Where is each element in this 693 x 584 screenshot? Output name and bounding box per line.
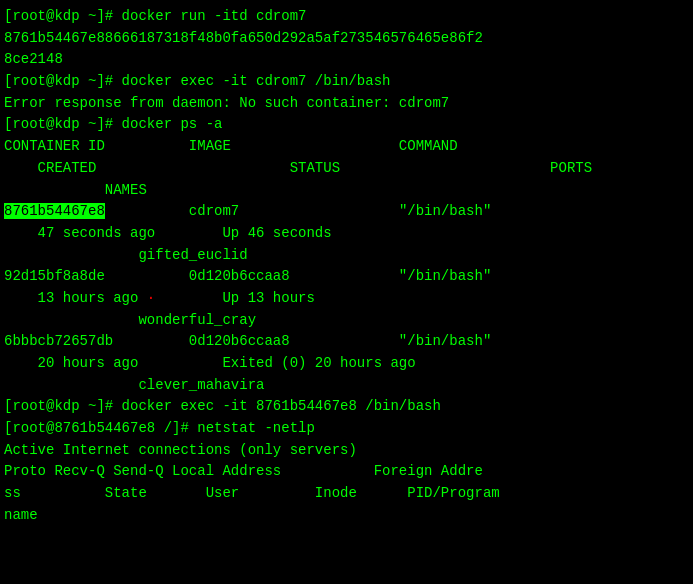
line-header-names: NAMES (4, 180, 689, 202)
line-container2-row3: wonderful_cray (4, 310, 689, 332)
line-active-connections: Active Internet connections (only server… (4, 440, 689, 462)
line-netstat-header2: ss State User Inode PID/Program (4, 483, 689, 505)
line-header-created-status-ports: CREATED STATUS PORTS (4, 158, 689, 180)
line-container3-row3: clever_mahavira (4, 375, 689, 397)
line-container2-row2: 13 hours ago · Up 13 hours (4, 288, 689, 310)
container-id-highlight: 8761b54467e8 (4, 203, 105, 219)
line-netstat-command: [root@8761b54467e8 /]# netstat -netlp (4, 418, 689, 440)
line-container-id-short: 8ce2148 (4, 49, 689, 71)
line-container1-row1: 8761b54467e8 cdrom7 "/bin/bash" (4, 201, 689, 223)
line-header-container-image-command: CONTAINER ID IMAGE COMMAND (4, 136, 689, 158)
line-netstat-header3: name (4, 505, 689, 527)
line-container1-row2: 47 seconds ago Up 46 seconds (4, 223, 689, 245)
terminal: [root@kdp ~]# docker run -itd cdrom7 876… (0, 0, 693, 584)
line-docker-run: [root@kdp ~]# docker run -itd cdrom7 (4, 6, 689, 28)
line-container3-row1: 6bbbcb72657db 0d120b6ccaa8 "/bin/bash" (4, 331, 689, 353)
line-docker-ps: [root@kdp ~]# docker ps -a (4, 114, 689, 136)
dot-separator: · (138, 290, 163, 306)
line-netstat-header1: Proto Recv-Q Send-Q Local Address Foreig… (4, 461, 689, 483)
line-error-response: Error response from daemon: No such cont… (4, 93, 689, 115)
line-container-id-long: 8761b54467e88666187318f48b0fa650d292a5af… (4, 28, 689, 50)
line-docker-exec-fail: [root@kdp ~]# docker exec -it cdrom7 /bi… (4, 71, 689, 93)
line-container3-row2: 20 hours ago Exited (0) 20 hours ago (4, 353, 689, 375)
line-docker-exec-success: [root@kdp ~]# docker exec -it 8761b54467… (4, 396, 689, 418)
line-container1-row3: gifted_euclid (4, 245, 689, 267)
line-container2-row1: 92d15bf8a8de 0d120b6ccaa8 "/bin/bash" (4, 266, 689, 288)
